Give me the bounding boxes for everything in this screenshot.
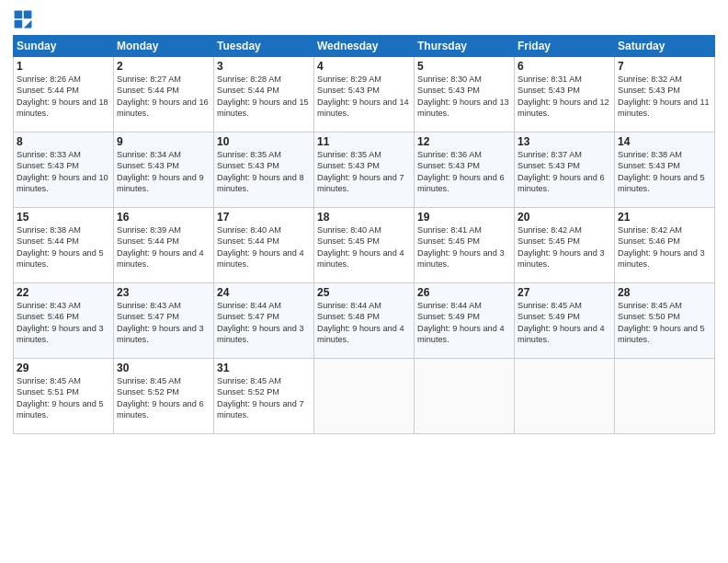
- day-cell-8: 8 Sunrise: 8:33 AMSunset: 5:43 PMDayligh…: [14, 132, 114, 208]
- day-cell-23: 23 Sunrise: 8:43 AMSunset: 5:47 PMDaylig…: [114, 283, 214, 359]
- day-cell-20: 20 Sunrise: 8:42 AMSunset: 5:45 PMDaylig…: [515, 208, 615, 283]
- day-info: Sunrise: 8:39 AMSunset: 5:44 PMDaylight:…: [117, 224, 210, 270]
- day-info: Sunrise: 8:30 AMSunset: 5:43 PMDaylight:…: [417, 74, 511, 120]
- day-number: 29: [17, 362, 110, 374]
- day-cell-2: 2 Sunrise: 8:27 AMSunset: 5:44 PMDayligh…: [114, 57, 214, 132]
- day-cell-7: 7 Sunrise: 8:32 AMSunset: 5:43 PMDayligh…: [615, 57, 715, 132]
- svg-rect-2: [15, 20, 23, 29]
- day-info: Sunrise: 8:45 AMSunset: 5:49 PMDaylight:…: [518, 300, 611, 346]
- day-number: 6: [518, 60, 611, 73]
- calendar-week-row: 15 Sunrise: 8:38 AMSunset: 5:44 PMDaylig…: [14, 208, 715, 283]
- day-number: 9: [117, 135, 210, 148]
- day-cell-21: 21 Sunrise: 8:42 AMSunset: 5:46 PMDaylig…: [615, 208, 715, 283]
- day-cell-26: 26 Sunrise: 8:44 AMSunset: 5:49 PMDaylig…: [415, 283, 515, 359]
- day-cell-1: 1 Sunrise: 8:26 AMSunset: 5:44 PMDayligh…: [14, 57, 114, 132]
- day-number: 3: [217, 60, 311, 73]
- header-sunday: Sunday: [14, 36, 114, 57]
- day-info: Sunrise: 8:43 AMSunset: 5:47 PMDaylight:…: [117, 300, 210, 346]
- day-number: 12: [417, 135, 511, 148]
- day-info: Sunrise: 8:36 AMSunset: 5:43 PMDaylight:…: [417, 149, 511, 195]
- day-number: 24: [217, 286, 311, 299]
- header-tuesday: Tuesday: [214, 36, 314, 57]
- calendar-week-row: 22 Sunrise: 8:43 AMSunset: 5:46 PMDaylig…: [14, 283, 715, 359]
- calendar-table: Sunday Monday Tuesday Wednesday Thursday…: [13, 35, 715, 434]
- empty-cell: [415, 359, 515, 434]
- day-cell-11: 11 Sunrise: 8:35 AMSunset: 5:43 PMDaylig…: [314, 132, 415, 208]
- day-number: 14: [618, 135, 711, 148]
- day-number: 26: [417, 286, 511, 299]
- day-cell-12: 12 Sunrise: 8:36 AMSunset: 5:43 PMDaylig…: [415, 132, 515, 208]
- day-number: 15: [17, 211, 110, 224]
- day-info: Sunrise: 8:44 AMSunset: 5:47 PMDaylight:…: [217, 300, 311, 346]
- day-number: 5: [417, 60, 511, 73]
- day-number: 4: [317, 60, 411, 73]
- header-wednesday: Wednesday: [314, 36, 415, 57]
- day-cell-10: 10 Sunrise: 8:35 AMSunset: 5:43 PMDaylig…: [214, 132, 314, 208]
- day-cell-22: 22 Sunrise: 8:43 AMSunset: 5:46 PMDaylig…: [14, 283, 114, 359]
- day-number: 1: [17, 60, 110, 73]
- day-number: 22: [17, 286, 110, 299]
- svg-marker-3: [24, 20, 32, 29]
- day-number: 27: [518, 286, 611, 299]
- day-info: Sunrise: 8:35 AMSunset: 5:43 PMDaylight:…: [217, 149, 311, 195]
- day-cell-6: 6 Sunrise: 8:31 AMSunset: 5:43 PMDayligh…: [515, 57, 615, 132]
- day-info: Sunrise: 8:33 AMSunset: 5:43 PMDaylight:…: [17, 149, 110, 195]
- day-number: 13: [518, 135, 611, 148]
- day-info: Sunrise: 8:44 AMSunset: 5:49 PMDaylight:…: [417, 300, 511, 346]
- day-info: Sunrise: 8:42 AMSunset: 5:45 PMDaylight:…: [518, 224, 611, 270]
- day-info: Sunrise: 8:28 AMSunset: 5:44 PMDaylight:…: [217, 74, 311, 120]
- day-cell-9: 9 Sunrise: 8:34 AMSunset: 5:43 PMDayligh…: [114, 132, 214, 208]
- day-info: Sunrise: 8:31 AMSunset: 5:43 PMDaylight:…: [518, 74, 611, 120]
- day-cell-4: 4 Sunrise: 8:29 AMSunset: 5:43 PMDayligh…: [314, 57, 415, 132]
- day-info: Sunrise: 8:34 AMSunset: 5:43 PMDaylight:…: [117, 149, 210, 195]
- day-info: Sunrise: 8:29 AMSunset: 5:43 PMDaylight:…: [317, 74, 411, 120]
- svg-rect-1: [24, 11, 32, 19]
- logo: [13, 9, 35, 29]
- day-info: Sunrise: 8:40 AMSunset: 5:45 PMDaylight:…: [317, 224, 411, 270]
- logo-icon: [13, 9, 33, 29]
- day-number: 25: [317, 286, 411, 299]
- day-cell-27: 27 Sunrise: 8:45 AMSunset: 5:49 PMDaylig…: [515, 283, 615, 359]
- empty-cell: [615, 359, 715, 434]
- day-info: Sunrise: 8:27 AMSunset: 5:44 PMDaylight:…: [117, 74, 210, 120]
- calendar-week-row: 8 Sunrise: 8:33 AMSunset: 5:43 PMDayligh…: [14, 132, 715, 208]
- day-number: 7: [618, 60, 711, 73]
- day-cell-14: 14 Sunrise: 8:38 AMSunset: 5:43 PMDaylig…: [615, 132, 715, 208]
- day-number: 16: [117, 211, 210, 224]
- day-info: Sunrise: 8:45 AMSunset: 5:52 PMDaylight:…: [117, 375, 210, 421]
- calendar-week-row: 29 Sunrise: 8:45 AMSunset: 5:51 PMDaylig…: [14, 359, 715, 434]
- day-number: 20: [518, 211, 611, 224]
- day-number: 11: [317, 135, 411, 148]
- day-number: 30: [117, 362, 210, 374]
- day-info: Sunrise: 8:38 AMSunset: 5:43 PMDaylight:…: [618, 149, 711, 195]
- day-cell-3: 3 Sunrise: 8:28 AMSunset: 5:44 PMDayligh…: [214, 57, 314, 132]
- day-cell-19: 19 Sunrise: 8:41 AMSunset: 5:45 PMDaylig…: [415, 208, 515, 283]
- day-number: 17: [217, 211, 311, 224]
- day-number: 8: [17, 135, 110, 148]
- day-cell-16: 16 Sunrise: 8:39 AMSunset: 5:44 PMDaylig…: [114, 208, 214, 283]
- day-number: 21: [618, 211, 711, 224]
- empty-cell: [314, 359, 415, 434]
- empty-cell: [515, 359, 615, 434]
- day-info: Sunrise: 8:40 AMSunset: 5:44 PMDaylight:…: [217, 224, 311, 270]
- day-info: Sunrise: 8:41 AMSunset: 5:45 PMDaylight:…: [417, 224, 511, 270]
- day-info: Sunrise: 8:37 AMSunset: 5:43 PMDaylight:…: [518, 149, 611, 195]
- day-cell-15: 15 Sunrise: 8:38 AMSunset: 5:44 PMDaylig…: [14, 208, 114, 283]
- day-info: Sunrise: 8:42 AMSunset: 5:46 PMDaylight:…: [618, 224, 711, 270]
- day-cell-28: 28 Sunrise: 8:45 AMSunset: 5:50 PMDaylig…: [615, 283, 715, 359]
- day-number: 10: [217, 135, 311, 148]
- day-number: 18: [317, 211, 411, 224]
- day-info: Sunrise: 8:44 AMSunset: 5:48 PMDaylight:…: [317, 300, 411, 346]
- day-cell-13: 13 Sunrise: 8:37 AMSunset: 5:43 PMDaylig…: [515, 132, 615, 208]
- day-number: 19: [417, 211, 511, 224]
- day-number: 2: [117, 60, 210, 73]
- day-number: 31: [217, 362, 311, 374]
- calendar-week-row: 1 Sunrise: 8:26 AMSunset: 5:44 PMDayligh…: [14, 57, 715, 132]
- page-header: [13, 9, 715, 29]
- svg-rect-0: [15, 11, 23, 19]
- day-info: Sunrise: 8:32 AMSunset: 5:43 PMDaylight:…: [618, 74, 711, 120]
- day-info: Sunrise: 8:35 AMSunset: 5:43 PMDaylight:…: [317, 149, 411, 195]
- day-cell-30: 30 Sunrise: 8:45 AMSunset: 5:52 PMDaylig…: [114, 359, 214, 434]
- day-info: Sunrise: 8:26 AMSunset: 5:44 PMDaylight:…: [17, 74, 110, 120]
- day-cell-29: 29 Sunrise: 8:45 AMSunset: 5:51 PMDaylig…: [14, 359, 114, 434]
